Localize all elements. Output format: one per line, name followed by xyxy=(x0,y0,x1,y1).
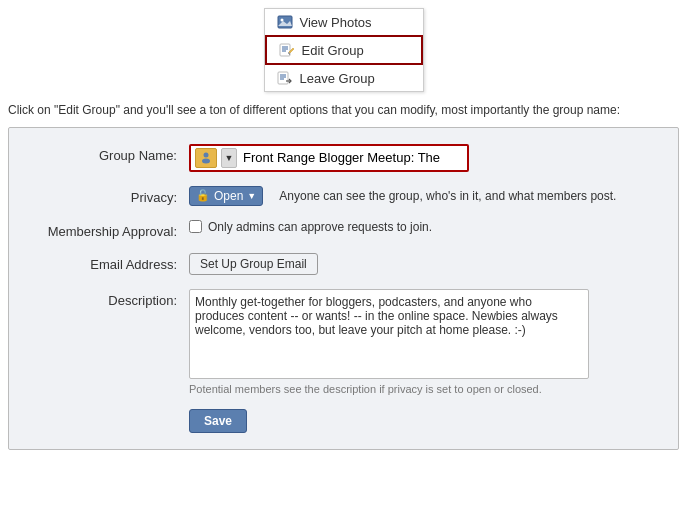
context-menu: View Photos Edit Group xyxy=(8,8,679,92)
description-textarea[interactable]: Monthly get-together for bloggers, podca… xyxy=(189,289,589,379)
email-label: Email Address: xyxy=(29,253,189,272)
privacy-dropdown[interactable]: 🔓 Open ▼ xyxy=(189,186,263,206)
save-row: Save xyxy=(29,409,658,433)
svg-rect-3 xyxy=(280,44,290,56)
lock-icon: 🔓 xyxy=(196,189,210,202)
membership-options: Only admins can approve requests to join… xyxy=(189,220,432,234)
menu-item-leave-group[interactable]: Leave Group xyxy=(265,65,423,91)
group-name-row: Group Name: ▼ xyxy=(29,144,658,172)
menu-item-view-photos[interactable]: View Photos xyxy=(265,9,423,35)
svg-point-15 xyxy=(202,158,210,163)
edit-group-form: Group Name: ▼ Privacy: 🔓 Open ▼ Anyone c… xyxy=(8,127,679,450)
setup-email-button[interactable]: Set Up Group Email xyxy=(189,253,318,275)
leave-group-label: Leave Group xyxy=(300,71,375,86)
view-photos-label: View Photos xyxy=(300,15,372,30)
privacy-value: Open xyxy=(214,189,243,203)
menu-item-edit-group[interactable]: Edit Group xyxy=(265,35,423,65)
edit-icon xyxy=(279,42,295,58)
description-hint: Potential members see the description if… xyxy=(189,383,589,395)
membership-row: Membership Approval: Only admins can app… xyxy=(29,220,658,239)
membership-label: Membership Approval: xyxy=(29,220,189,239)
group-name-dropdown[interactable]: ▼ xyxy=(221,148,237,168)
privacy-row: Privacy: 🔓 Open ▼ Anyone can see the gro… xyxy=(29,186,658,206)
group-icon xyxy=(195,148,217,168)
privacy-description: Anyone can see the group, who's in it, a… xyxy=(279,189,616,203)
svg-point-14 xyxy=(204,152,209,157)
description-row: Description: Monthly get-together for bl… xyxy=(29,289,658,395)
privacy-label: Privacy: xyxy=(29,186,189,205)
menu-box: View Photos Edit Group xyxy=(264,8,424,92)
save-button[interactable]: Save xyxy=(189,409,247,433)
group-name-input[interactable] xyxy=(243,150,463,165)
svg-rect-9 xyxy=(278,72,288,84)
edit-group-label: Edit Group xyxy=(302,43,364,58)
description-area: Monthly get-together for bloggers, podca… xyxy=(189,289,658,395)
membership-checkbox-label: Only admins can approve requests to join… xyxy=(208,220,432,234)
email-row: Email Address: Set Up Group Email xyxy=(29,253,658,275)
privacy-arrow-icon: ▼ xyxy=(247,191,256,201)
group-name-label: Group Name: xyxy=(29,144,189,163)
description-label: Description: xyxy=(29,289,189,308)
photo-icon xyxy=(277,14,293,30)
group-name-field: ▼ xyxy=(189,144,469,172)
instruction-text: Click on "Edit Group" and you'll see a t… xyxy=(8,102,679,119)
membership-checkbox[interactable] xyxy=(189,220,202,233)
leave-icon xyxy=(277,70,293,86)
